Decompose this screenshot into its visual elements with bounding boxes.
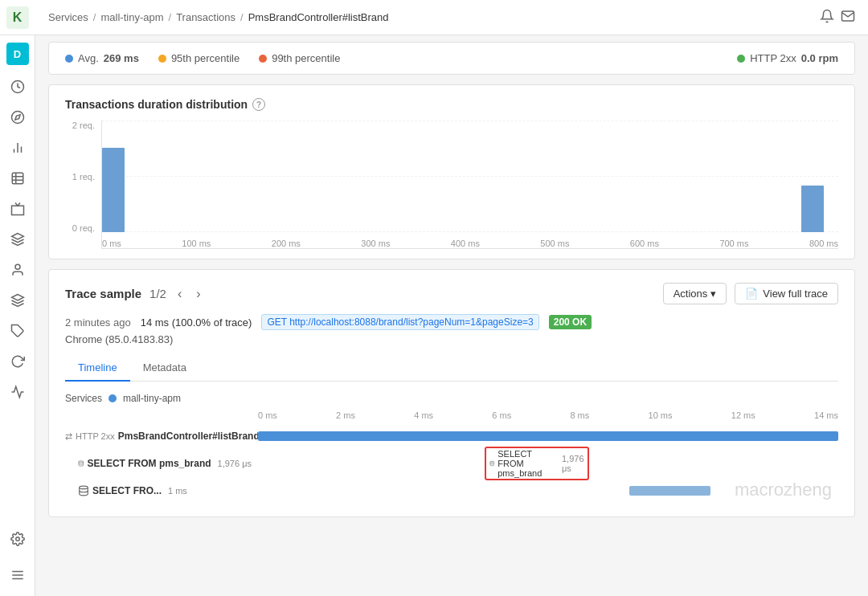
timeline-label-spacer — [65, 410, 258, 420]
trace-header: Trace sample 1/2 ‹ › Actions ▾ 📄 View fu… — [65, 283, 838, 304]
sidebar-item-recent[interactable] — [0, 72, 35, 101]
tick-12ms: 12 ms — [731, 410, 755, 420]
span-dur-select1: 1,976 μs — [218, 459, 252, 468]
svg-marker-2 — [14, 115, 19, 120]
timeline-tick-row: 0 ms 2 ms 4 ms 6 ms 8 ms 10 ms 12 ms 14 … — [65, 410, 838, 420]
tick-0ms: 0 ms — [258, 410, 277, 420]
trace-card: Trace sample 1/2 ‹ › Actions ▾ 📄 View fu… — [48, 269, 855, 517]
sidebar-item-table[interactable] — [0, 164, 35, 193]
tick-8ms: 8 ms — [570, 410, 589, 420]
timeline-row-select1: SELECT FROM pms_brand 1,976 μs SELECT FR… — [65, 451, 838, 476]
stat-p99: 99th percentile — [259, 52, 340, 64]
x-label-600ms: 600 ms — [630, 239, 659, 248]
db-icon-2 — [78, 485, 89, 496]
route-icon: ⇄ — [65, 431, 72, 442]
trace-next-btn[interactable]: › — [193, 285, 203, 303]
sidebar-item-layers[interactable] — [0, 225, 35, 254]
highlight-box-1: SELECT FROM pms_brand 1,976 μs — [485, 447, 589, 480]
span-name-select1: SELECT FROM pms_brand — [88, 458, 211, 469]
actions-label: Actions — [674, 288, 708, 300]
svg-rect-10 — [11, 206, 23, 214]
sidebar-item-refresh[interactable] — [0, 347, 35, 376]
logo-icon: K — [6, 6, 29, 29]
http2xx-label: HTTP 2xx — [750, 52, 796, 64]
sidebar-item-building[interactable] — [0, 194, 35, 223]
services-label: Services — [65, 393, 102, 404]
timeline-row-select2: SELECT FRO... 1 ms — [65, 478, 838, 504]
tick-10ms: 10 ms — [649, 410, 673, 420]
sidebar-icon-avatar[interactable]: D — [0, 39, 35, 68]
p95-label: 95th percentile — [171, 52, 240, 64]
trace-prev-btn[interactable]: ‹ — [174, 285, 185, 303]
trace-actions-button[interactable]: Actions ▾ — [663, 283, 727, 304]
doc-icon: 📄 — [745, 288, 758, 300]
timeline-label-main: ⇄ HTTP 2xx PmsBrandController#listBrand … — [65, 431, 258, 442]
breadcrumb-sep-1: / — [93, 11, 96, 23]
chart-x-labels: 0 ms 100 ms 200 ms 300 ms 400 ms 500 ms … — [102, 232, 838, 248]
svg-point-19 — [489, 461, 493, 463]
chart-info-icon[interactable]: ? — [252, 98, 265, 111]
svg-point-12 — [15, 264, 20, 269]
timeline-bar-area-select2 — [258, 478, 838, 504]
p99-dot — [259, 55, 267, 63]
y-label-0: 0 req. — [65, 223, 95, 233]
tab-metadata[interactable]: Metadata — [130, 355, 199, 382]
mail-icon[interactable] — [841, 9, 855, 26]
span-name-main: PmsBrandController#listBrand — [118, 431, 258, 442]
breadcrumb-app[interactable]: mall-tiny-apm — [100, 11, 163, 23]
app-logo[interactable]: K — [0, 0, 35, 35]
view-full-trace-button[interactable]: 📄 View full trace — [735, 283, 838, 304]
svg-point-18 — [79, 461, 84, 463]
avatar: D — [6, 43, 29, 65]
notifications-icon[interactable] — [820, 9, 834, 26]
trace-title: Trace sample — [65, 287, 141, 300]
actions-chevron-icon: ▾ — [710, 288, 716, 300]
x-label-500ms: 500 ms — [540, 239, 569, 248]
sidebar-item-stack[interactable] — [0, 286, 35, 315]
trace-time-ago: 2 minutes ago — [65, 316, 131, 329]
chart-area: 2 req. 1 req. 0 req. — [65, 120, 838, 249]
chart-card: Transactions duration distribution ? 2 r… — [48, 84, 855, 259]
breadcrumb-transactions[interactable]: Transactions — [176, 11, 235, 23]
sidebar-item-more[interactable] — [0, 561, 35, 590]
timeline-label-select2: SELECT FRO... 1 ms — [65, 485, 258, 496]
sidebar-item-charts[interactable] — [0, 133, 35, 162]
service-name: mall-tiny-apm — [123, 393, 181, 404]
breadcrumb-sep-2: / — [169, 11, 172, 23]
span-dur-select2: 1 ms — [168, 486, 187, 496]
tick-14ms: 14 ms — [814, 410, 838, 420]
sidebar-item-tag[interactable] — [0, 316, 35, 345]
topnav-right — [820, 9, 855, 26]
sidebar-item-settings[interactable] — [0, 525, 35, 553]
timeline-ticks: 0 ms 2 ms 4 ms 6 ms 8 ms 10 ms 12 ms 14 … — [258, 410, 838, 420]
tick-2ms: 2 ms — [336, 410, 355, 420]
timeline-services-row: Services mall-tiny-apm — [65, 393, 838, 404]
sidebar-item-user[interactable] — [0, 255, 35, 284]
sidebar-item-compass[interactable] — [0, 103, 35, 132]
trace-status-badge: 200 OK — [549, 315, 592, 329]
timeline-label-select1: SELECT FROM pms_brand 1,976 μs — [65, 458, 258, 469]
bar-1 — [102, 148, 125, 232]
bar-group-1 — [102, 148, 125, 232]
timeline-bar-area-select1: SELECT FROM pms_brand 1,976 μs — [258, 451, 838, 476]
y-label-1: 1 req. — [65, 172, 95, 182]
trace-page: 1/2 — [149, 287, 166, 300]
x-label-300ms: 300 ms — [361, 239, 390, 248]
trace-agent: Chrome (85.0.4183.83) — [65, 333, 838, 345]
sidebar-item-health[interactable] — [0, 378, 35, 406]
content-area: Avg. 269 ms 95th percentile 99th percent… — [35, 35, 868, 596]
topnav: Services / mall-tiny-apm / Transactions … — [35, 0, 868, 35]
breadcrumb-sep-3: / — [240, 11, 244, 23]
breadcrumb-services[interactable]: Services — [48, 11, 88, 23]
stat-avg: Avg. 269 ms — [65, 52, 139, 64]
breadcrumb-current: PmsBrandController#listBrand — [248, 11, 389, 23]
p99-label: 99th percentile — [272, 52, 340, 64]
tab-timeline[interactable]: Timeline — [65, 355, 130, 382]
chart-body: 0 ms 100 ms 200 ms 300 ms 400 ms 500 ms … — [101, 120, 838, 249]
timeline-content: ⇄ HTTP 2xx PmsBrandController#listBrand … — [65, 423, 838, 504]
stat-p95: 95th percentile — [158, 52, 240, 64]
svg-point-1 — [11, 112, 23, 124]
avg-value: 269 ms — [104, 52, 139, 64]
svg-rect-6 — [12, 173, 23, 184]
http2xx-dot — [737, 55, 745, 63]
